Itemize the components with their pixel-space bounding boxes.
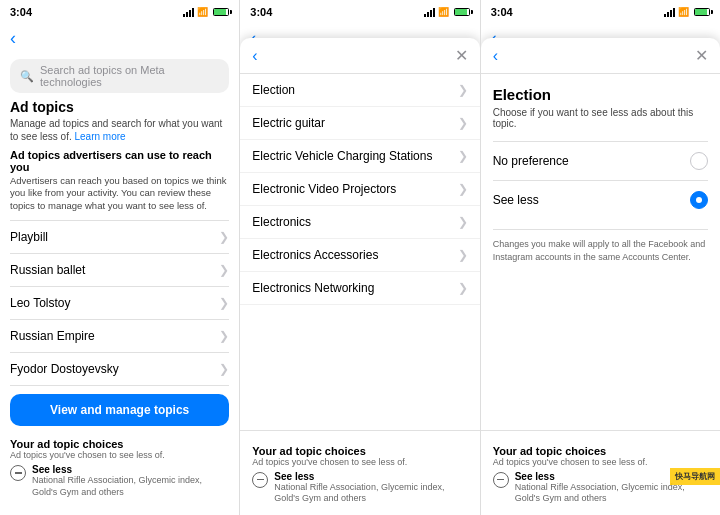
wifi-icon-3: 📶 <box>678 7 689 17</box>
modal-item-electric-guitar[interactable]: Electric guitar ❯ <box>240 107 479 140</box>
radio-option-see-less[interactable]: See less <box>493 180 708 219</box>
status-bar-3: 3:04 📶 <box>481 0 720 22</box>
main-title-1: Ad topics <box>10 99 229 115</box>
signal-bars-3 <box>664 8 675 17</box>
chevron-electric-guitar: ❯ <box>458 116 468 130</box>
radio-circle-see-less[interactable] <box>690 191 708 209</box>
modal-label-ev-charging: Electric Vehicle Charging Stations <box>252 149 432 163</box>
election-modal-header: ‹ ✕ <box>481 38 720 74</box>
minus-circle-1 <box>10 465 26 481</box>
nav-bar-1: ‹ <box>0 22 239 55</box>
modal-item-video-projectors[interactable]: Electronic Video Projectors ❯ <box>240 173 479 206</box>
minus-circle-modal <box>252 472 268 488</box>
chevron-russian-ballet: ❯ <box>219 263 229 277</box>
topic-item-fyodor[interactable]: Fyodor Dostoyevsky ❯ <box>10 353 229 386</box>
modal-label-electronics: Electronics <box>252 215 311 229</box>
modal-item-electronics-accessories[interactable]: Electronics Accessories ❯ <box>240 239 479 272</box>
advertisers-desc-1: Advertisers can reach you based on topic… <box>10 175 229 212</box>
back-button-1[interactable]: ‹ <box>10 28 16 49</box>
wifi-icon: 📶 <box>197 7 208 17</box>
modal-item-ev-charging[interactable]: Electric Vehicle Charging Stations ❯ <box>240 140 479 173</box>
modal-label-electronics-networking: Electronics Networking <box>252 281 374 295</box>
wifi-icon-2: 📶 <box>438 7 449 17</box>
chevron-leo-tolstoy: ❯ <box>219 296 229 310</box>
battery-icon-3 <box>694 8 710 16</box>
search-icon-1: 🔍 <box>20 70 34 83</box>
ad-choices-desc-modal: Ad topics you've chosen to see less of. <box>252 457 467 467</box>
election-subtitle: Choose if you want to see less ads about… <box>493 107 708 129</box>
topic-label-russian-empire: Russian Empire <box>10 329 95 343</box>
topic-item-russian-ballet[interactable]: Russian ballet ❯ <box>10 254 229 287</box>
modal-item-electronics-networking[interactable]: Electronics Networking ❯ <box>240 272 479 305</box>
status-icons-3: 📶 <box>664 7 710 17</box>
search-placeholder-1: Search ad topics on Meta technologies <box>40 64 219 88</box>
search-bar-1[interactable]: 🔍 Search ad topics on Meta technologies <box>10 59 229 93</box>
status-bar-1: 3:04 📶 <box>0 0 239 22</box>
chevron-video-projectors: ❯ <box>458 182 468 196</box>
modal-item-electronics[interactable]: Electronics ❯ <box>240 206 479 239</box>
phone-panel-3: 3:04 📶 ‹ 🔍 Search ad topics on Meta tech… <box>480 0 720 515</box>
election-detail-modal: ‹ ✕ Election Choose if you want to see l… <box>481 38 720 515</box>
chevron-ev-charging: ❯ <box>458 149 468 163</box>
status-icons-2: 📶 <box>424 7 470 17</box>
topic-label-russian-ballet: Russian ballet <box>10 263 85 277</box>
status-icons-1: 📶 <box>183 7 229 17</box>
election-close-button[interactable]: ✕ <box>695 46 708 65</box>
status-bar-2: 3:04 📶 <box>240 0 479 22</box>
election-back-button[interactable]: ‹ <box>493 47 498 65</box>
topic-item-playbill[interactable]: Playbill ❯ <box>10 221 229 254</box>
ad-choices-desc-election: Ad topics you've chosen to see less of. <box>493 457 708 467</box>
see-less-label-modal: See less <box>274 471 467 482</box>
panel2-bottom-choices: Your ad topic choices Ad topics you've c… <box>240 430 479 515</box>
see-less-row-modal: See less National Rifle Association, Gly… <box>252 471 467 505</box>
chevron-electronics: ❯ <box>458 215 468 229</box>
election-note: Changes you make will apply to all the F… <box>493 229 708 263</box>
modal-back-button[interactable]: ‹ <box>252 47 257 65</box>
modal-label-video-projectors: Electronic Video Projectors <box>252 182 396 196</box>
chevron-playbill: ❯ <box>219 230 229 244</box>
topic-label-leo-tolstoy: Leo Tolstoy <box>10 296 71 310</box>
battery-icon-2 <box>454 8 470 16</box>
ad-choices-title-1: Your ad topic choices <box>10 438 229 450</box>
chevron-russian-empire: ❯ <box>219 329 229 343</box>
minus-circle-election <box>493 472 509 488</box>
election-content: Election Choose if you want to see less … <box>481 74 720 430</box>
ad-choices-title-modal: Your ad topic choices <box>252 445 467 457</box>
modal-label-election: Election <box>252 83 295 97</box>
radio-circle-no-preference[interactable] <box>690 152 708 170</box>
modal-item-election[interactable]: Election ❯ <box>240 74 479 107</box>
see-less-topics-modal: National Rifle Association, Glycemic ind… <box>274 482 467 505</box>
see-less-topics-election: National Rifle Association, Glycemic ind… <box>515 482 708 505</box>
signal-bars-1 <box>183 8 194 17</box>
learn-more-1[interactable]: Learn more <box>74 131 125 142</box>
topic-item-leo-tolstoy[interactable]: Leo Tolstoy ❯ <box>10 287 229 320</box>
topic-item-russian-empire[interactable]: Russian Empire ❯ <box>10 320 229 353</box>
status-time-1: 3:04 <box>10 6 32 18</box>
chevron-election: ❯ <box>458 83 468 97</box>
signal-bar-3 <box>189 10 191 17</box>
chevron-electronics-accessories: ❯ <box>458 248 468 262</box>
ad-choices-title-election: Your ad topic choices <box>493 445 708 457</box>
chevron-electronics-networking: ❯ <box>458 281 468 295</box>
modal-list: Election ❯ Electric guitar ❯ Electric Ve… <box>240 74 479 430</box>
topic-label-playbill: Playbill <box>10 230 48 244</box>
signal-bars-2 <box>424 8 435 17</box>
ad-choices-desc-1: Ad topics you've chosen to see less of. <box>10 450 229 460</box>
see-less-label-1: See less <box>32 464 229 475</box>
status-time-2: 3:04 <box>250 6 272 18</box>
modal-close-button[interactable]: ✕ <box>455 46 468 65</box>
phone-panel-2: 3:04 📶 ‹ 🔍 Search ad topics on Meta tech… <box>239 0 479 515</box>
view-manage-topics-button[interactable]: View and manage topics <box>10 394 229 426</box>
phone-panel-1: 3:04 📶 ‹ 🔍 Search ad topics on Meta tech… <box>0 0 239 515</box>
topic-list-1: Playbill ❯ Russian ballet ❯ Leo Tolstoy … <box>10 220 229 386</box>
topic-label-fyodor: Fyodor Dostoyevsky <box>10 362 119 376</box>
see-less-row-1: See less National Rifle Association, Gly… <box>10 464 229 498</box>
radio-label-no-preference: No preference <box>493 154 569 168</box>
modal-label-electronics-accessories: Electronics Accessories <box>252 248 378 262</box>
radio-option-no-preference[interactable]: No preference <box>493 141 708 180</box>
signal-bar-4 <box>192 8 194 17</box>
status-time-3: 3:04 <box>491 6 513 18</box>
signal-bar-1 <box>183 14 185 17</box>
battery-icon-1 <box>213 8 229 16</box>
modal-header-2: ‹ ✕ <box>240 38 479 74</box>
